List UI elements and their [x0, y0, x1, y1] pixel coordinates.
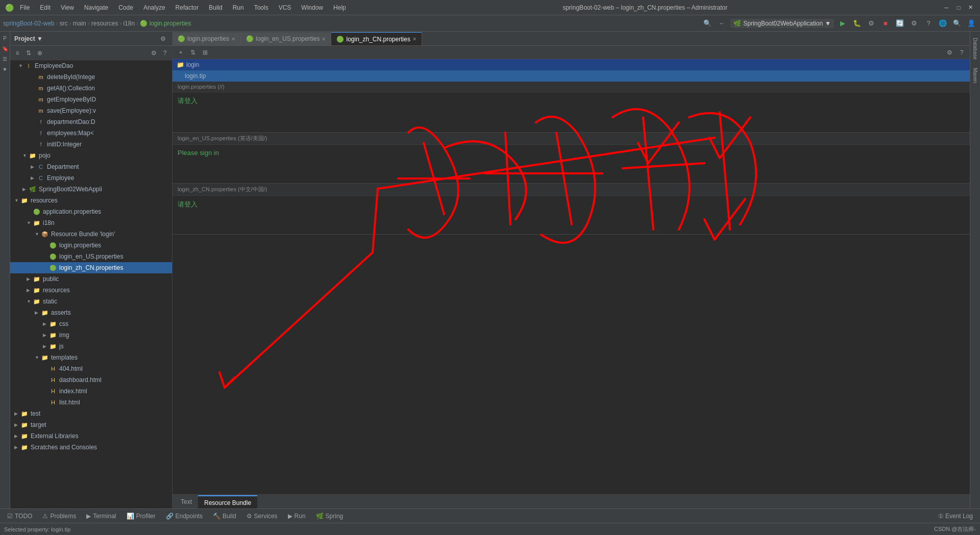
profiler-tab[interactable]: 📊 Profiler — [121, 509, 161, 523]
tree-item-js[interactable]: ▶ 📁 js — [10, 341, 172, 352]
terminal-tab[interactable]: ▶ Terminal — [81, 509, 121, 523]
tree-item-deletebyid[interactable]: m deleteById(Intege — [10, 71, 172, 83]
close-button[interactable]: ✕ — [967, 4, 975, 12]
bundle-key-row-selected[interactable]: login.tip — [173, 70, 970, 82]
menu-window[interactable]: Window — [299, 3, 325, 12]
tree-item-target[interactable]: ▶ 📁 target — [10, 419, 172, 430]
tree-item-asserts[interactable]: ▶ 📁 asserts — [10, 307, 172, 318]
tree-item-img[interactable]: ▶ 📁 img — [10, 329, 172, 341]
prop-value-zh[interactable]: 请登入 — [173, 196, 970, 213]
menu-build[interactable]: Build — [207, 3, 225, 12]
structure-icon[interactable]: ☰ — [1, 54, 10, 63]
tree-item-css[interactable]: ▶ 📁 css — [10, 318, 172, 329]
run-button[interactable]: ▶ — [837, 18, 848, 29]
tree-item-employee[interactable]: ▶ C Employee — [10, 172, 172, 184]
resource-bundle-tab[interactable]: Resource Bundle — [198, 495, 257, 508]
settings-button[interactable]: ⚙ — [909, 18, 920, 29]
tree-item-login-props[interactable]: 🟢 login.properties — [10, 240, 172, 251]
maximize-button[interactable]: □ — [954, 4, 963, 12]
breadcrumb-main[interactable]: main — [73, 20, 86, 27]
tab-login-props[interactable]: 🟢 login.properties ✕ — [173, 32, 241, 45]
help-btn2[interactable]: ? — [957, 47, 967, 58]
tree-item-templates[interactable]: ▼ 📁 templates — [10, 352, 172, 363]
back-button[interactable]: ← — [716, 18, 727, 29]
bundle-key-row-highlighted[interactable]: 📁 login — [173, 59, 970, 70]
maven-tab[interactable]: Maven — [971, 64, 979, 87]
tree-item-i18n[interactable]: ▼ 📁 i18n — [10, 217, 172, 228]
bookmark-icon[interactable]: 🔖 — [1, 44, 10, 53]
tree-item-employeedao[interactable]: ▼ I EmployeeDao — [10, 60, 172, 71]
problems-tab[interactable]: ⚠ Problems — [37, 509, 81, 523]
tree-item-department[interactable]: ▶ C Department — [10, 161, 172, 172]
debug-button[interactable]: 🐛 — [851, 18, 863, 29]
menu-analyze[interactable]: Analyze — [141, 3, 167, 12]
spring-tab[interactable]: 🌿 Spring — [311, 509, 349, 523]
database-tab[interactable]: Database — [971, 34, 979, 64]
tree-item-departmentdao[interactable]: f departmentDao:D — [10, 116, 172, 128]
panel-settings-btn2[interactable]: ⚙ — [149, 48, 159, 58]
tree-item-404[interactable]: H 404.html — [10, 363, 172, 374]
build-tab[interactable]: 🔨 Build — [208, 509, 241, 523]
expand-btn[interactable]: ⇅ — [23, 48, 34, 58]
collapse-all-btn[interactable]: ≡ — [12, 48, 22, 58]
search-button[interactable]: 🔍 — [951, 18, 963, 29]
breadcrumb-resources[interactable]: resources — [91, 20, 118, 27]
layout-btn[interactable]: ⊞ — [200, 47, 210, 58]
locate-btn[interactable]: ⊕ — [35, 48, 45, 58]
tree-item-login-zh[interactable]: 🟢 login_zh_CN.properties — [10, 262, 172, 273]
tree-item-test[interactable]: ▶ 📁 test — [10, 408, 172, 419]
endpoints-tab[interactable]: 🔗 Endpoints — [161, 509, 208, 523]
tree-item-resources[interactable]: ▼ 📁 resources — [10, 195, 172, 206]
tab-close-btn[interactable]: ✕ — [412, 36, 416, 42]
search-everywhere-button[interactable]: 🔍 — [702, 18, 713, 29]
tab-close-btn[interactable]: ✕ — [231, 36, 235, 42]
tab-login-zh[interactable]: 🟢 login_zh_CN.properties ✕ — [331, 32, 422, 45]
menu-navigate[interactable]: Navigate — [82, 3, 110, 12]
tree-item-resources2[interactable]: ▶ 📁 resources — [10, 285, 172, 296]
menu-view[interactable]: View — [59, 3, 76, 12]
event-log-tab[interactable]: ① Event Log — [933, 509, 978, 523]
prop-value-default[interactable]: 请登入 — [173, 92, 970, 110]
prop-value-en[interactable]: Please sign in — [173, 145, 970, 161]
profile-button[interactable]: 👤 — [966, 18, 977, 29]
breadcrumb-src[interactable]: src — [60, 20, 68, 27]
tree-item-login-en[interactable]: 🟢 login_en_US.properties — [10, 251, 172, 262]
tree-item-index[interactable]: H index.html — [10, 386, 172, 397]
menu-tools[interactable]: Tools — [252, 3, 271, 12]
menu-refactor[interactable]: Refactor — [174, 3, 201, 12]
breadcrumb-file[interactable]: 🟢 login.properties — [140, 20, 191, 27]
menu-vcs[interactable]: VCS — [277, 3, 293, 12]
text-tab[interactable]: Text — [175, 495, 198, 508]
run-tab[interactable]: ▶ Run — [283, 509, 311, 523]
services-tab[interactable]: ⚙ Services — [241, 509, 283, 523]
menu-run[interactable]: Run — [231, 3, 246, 12]
tree-item-initid[interactable]: f initID:Integer — [10, 139, 172, 150]
menu-code[interactable]: Code — [116, 3, 135, 12]
breadcrumb-project[interactable]: springBoot-02-web — [3, 20, 55, 27]
translate-button[interactable]: 🌐 — [937, 18, 948, 29]
tree-item-list[interactable]: H list.html — [10, 397, 172, 408]
tree-item-static[interactable]: ▼ 📁 static — [10, 296, 172, 307]
project-icon[interactable]: P — [1, 34, 10, 43]
panel-help-btn[interactable]: ? — [160, 48, 170, 58]
sort-btn[interactable]: ⇅ — [188, 47, 198, 58]
menu-edit[interactable]: Edit — [38, 3, 53, 12]
run-config-selector[interactable]: 🌿 SpringBoot02WebApplication ▼ — [730, 19, 834, 28]
tree-item-scratches[interactable]: ▶ 📁 Scratches and Consoles — [10, 442, 172, 453]
menu-file[interactable]: File — [18, 3, 32, 12]
tree-item-ext-libs[interactable]: ▶ 📁 External Libraries — [10, 430, 172, 442]
tree-item-dashboard[interactable]: H dashboard.html — [10, 374, 172, 386]
tab-close-btn[interactable]: ✕ — [322, 36, 326, 42]
tree-item-employees[interactable]: f employees:Map< — [10, 128, 172, 139]
tree-item-save[interactable]: m save(Employee):v — [10, 105, 172, 116]
tree-item-public[interactable]: ▶ 📁 public — [10, 273, 172, 285]
tree-item-resource-bundle[interactable]: ▼ 📦 Resource Bundle 'login' — [10, 228, 172, 240]
favorites-icon[interactable]: ★ — [1, 64, 10, 73]
sync-button[interactable]: 🔄 — [894, 18, 905, 29]
help-button[interactable]: ? — [923, 18, 934, 29]
minimize-button[interactable]: ─ — [942, 4, 950, 12]
stop-button[interactable]: ■ — [880, 18, 891, 29]
menu-help[interactable]: Help — [331, 3, 348, 12]
add-key-btn[interactable]: + — [176, 47, 186, 58]
settings-btn2[interactable]: ⚙ — [944, 47, 954, 58]
